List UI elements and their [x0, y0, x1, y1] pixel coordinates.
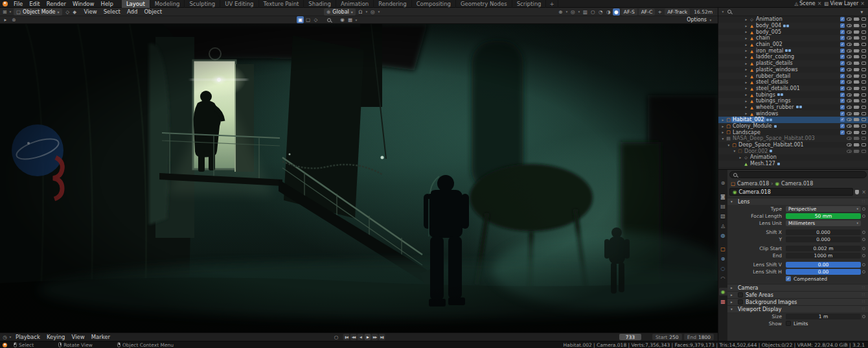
selectability-checkbox[interactable] [840, 30, 845, 34]
expand-arrow-icon[interactable] [720, 137, 725, 141]
selectability-checkbox[interactable] [840, 67, 845, 72]
workspace-tab[interactable]: Animation [336, 0, 374, 8]
limits-checkbox[interactable] [786, 321, 791, 326]
viewport-menu-item[interactable]: Add [124, 8, 141, 16]
outliner-item-name[interactable]: Animation [755, 16, 784, 22]
disable-in-viewports-screen-icon[interactable] [862, 49, 866, 52]
disable-in-renders-camera-icon[interactable] [854, 112, 859, 115]
hide-in-viewport-eye-icon[interactable] [847, 62, 852, 65]
snap-dropdown-icon[interactable]: ▾ [365, 8, 369, 16]
transform-pivot-icon[interactable]: ◉ [339, 16, 346, 23]
disable-in-viewports-screen-icon[interactable] [862, 124, 866, 128]
disable-in-viewports-screen-icon[interactable] [862, 17, 866, 21]
fake-user-shield-icon[interactable] [855, 190, 859, 194]
workspace-tab[interactable]: Texture Paint [259, 0, 304, 8]
selectability-checkbox[interactable] [840, 105, 845, 110]
scene-tab-icon[interactable]: ◬ [719, 222, 727, 229]
hide-in-viewport-eye-icon[interactable] [847, 118, 852, 121]
modifier-tab-icon[interactable]: ⊛ [719, 255, 727, 262]
focal-length-slider[interactable]: 50 mm [786, 213, 861, 219]
solid-shading-icon[interactable]: ◔ [597, 8, 604, 16]
viewport-menu-item[interactable]: View [81, 8, 100, 16]
outliner-row[interactable]: Animation [718, 16, 868, 23]
select-mode-circle-icon[interactable]: ◇ [312, 16, 319, 23]
panel-drag-dots-icon[interactable]: ∷ [862, 299, 865, 305]
expand-arrow-icon[interactable] [744, 17, 749, 21]
expand-arrow-icon[interactable] [744, 111, 749, 115]
search-icon[interactable] [326, 17, 332, 23]
viewport-3d[interactable] [0, 24, 718, 332]
selectability-checkbox[interactable] [840, 117, 845, 122]
frame-start-field[interactable]: Start 250 [652, 334, 682, 340]
next-keyframe-button[interactable]: ▶▶ [372, 334, 378, 340]
outliner-item-name[interactable]: Landscape [731, 130, 762, 135]
outliner-item-name[interactable]: chain_002 [755, 41, 784, 47]
animate-decorator-icon[interactable] [861, 247, 867, 250]
outliner-row[interactable]: wheels_rubber [718, 104, 868, 111]
outliner-filter-icon[interactable]: ▾ [858, 8, 865, 16]
hide-in-viewport-eye-icon[interactable] [847, 150, 852, 153]
expand-arrow-icon[interactable] [732, 149, 737, 153]
expand-arrow-icon[interactable] [744, 67, 749, 71]
tool-tab-icon[interactable]: ⊛ [719, 179, 727, 187]
disable-in-renders-camera-icon[interactable] [854, 131, 859, 134]
outliner-row[interactable]: rubber_detail [718, 73, 868, 79]
selectability-checkbox[interactable] [840, 61, 845, 65]
outliner-item-name[interactable]: NASA_Deep_Space_Habitat.003 [731, 135, 816, 141]
disable-in-viewports-screen-icon[interactable] [862, 24, 866, 27]
play-button[interactable]: ▶ [365, 334, 371, 340]
outliner-item-name[interactable]: Deep_Space_Habitat.001 [737, 142, 805, 148]
selectability-checkbox[interactable] [840, 42, 845, 47]
output-tab-icon[interactable]: ▤ [719, 202, 727, 210]
mode-selector[interactable]: ▢ Object Mode ▾ [14, 8, 62, 16]
lens-type-dropdown[interactable]: Perspective▾ [786, 206, 861, 212]
disable-in-viewports-screen-icon[interactable] [862, 143, 866, 146]
selectability-checkbox[interactable] [840, 130, 845, 135]
disable-in-renders-camera-icon[interactable] [854, 75, 859, 78]
outliner-row[interactable]: body_004 [718, 23, 868, 29]
workspace-tab[interactable]: UV Editing [220, 0, 258, 8]
af-target-icon[interactable]: + [656, 8, 663, 16]
outliner-row[interactable]: plastic_details [718, 60, 868, 67]
material-preview-icon[interactable]: ◑ [605, 8, 612, 16]
hide-in-viewport-eye-icon[interactable] [847, 99, 852, 102]
selectability-checkbox[interactable] [840, 49, 845, 53]
disable-in-viewports-screen-icon[interactable] [862, 87, 866, 90]
editor-type-dropdown-icon[interactable]: ▾ [721, 8, 725, 16]
expand-arrow-icon[interactable] [744, 105, 749, 109]
workspace-tab[interactable]: Modeling [150, 0, 185, 8]
disable-in-renders-camera-icon[interactable] [854, 124, 859, 128]
disable-in-viewports-screen-icon[interactable] [862, 106, 866, 109]
properties-search-input[interactable] [729, 171, 867, 178]
selectability-checkbox[interactable] [840, 86, 845, 91]
disable-in-viewports-screen-icon[interactable] [862, 93, 866, 97]
disable-in-viewports-screen-icon[interactable] [862, 43, 866, 46]
select-mode-tweak-icon[interactable]: ▣ [297, 16, 304, 23]
proportional-dropdown-icon[interactable]: ▾ [377, 8, 381, 16]
disable-in-renders-camera-icon[interactable] [854, 150, 859, 153]
view-layer-tab-icon[interactable]: ▧ [719, 212, 727, 220]
selectability-checkbox[interactable] [840, 93, 845, 97]
editor-type-3d-viewport-icon[interactable]: ⊞ [1, 8, 8, 16]
proportional-editing-icon[interactable]: ◎ [369, 8, 376, 16]
panel-drag-dots-icon[interactable]: ∷ [862, 285, 865, 290]
lens-shift-v-field[interactable]: 0.00 [786, 262, 861, 268]
rendered-shading-icon[interactable]: ● [613, 8, 620, 16]
menu-item[interactable]: Help [97, 0, 116, 8]
expand-arrow-icon[interactable] [744, 43, 749, 47]
unlink-icon[interactable]: × [861, 189, 867, 195]
outliner-item-name[interactable]: Habitat_002 [731, 117, 766, 122]
compensated-checkbox[interactable] [786, 276, 791, 281]
expand-arrow-icon[interactable] [720, 130, 725, 134]
panel-checkbox[interactable] [738, 299, 743, 305]
expand-arrow-icon[interactable] [744, 24, 749, 28]
panel-drag-dots-icon[interactable]: ∷ [862, 199, 865, 204]
outliner-row[interactable]: iron_metal [718, 47, 868, 54]
hide-in-viewport-eye-icon[interactable] [847, 93, 852, 97]
outliner-row[interactable]: Mesh.127 [718, 161, 868, 167]
animate-decorator-icon[interactable] [861, 315, 867, 318]
frame-end-field[interactable]: End 1800 [684, 334, 714, 340]
hide-in-viewport-eye-icon[interactable] [847, 80, 852, 84]
disable-in-renders-camera-icon[interactable] [854, 30, 859, 34]
workspace-tab[interactable]: Shading [304, 0, 336, 8]
